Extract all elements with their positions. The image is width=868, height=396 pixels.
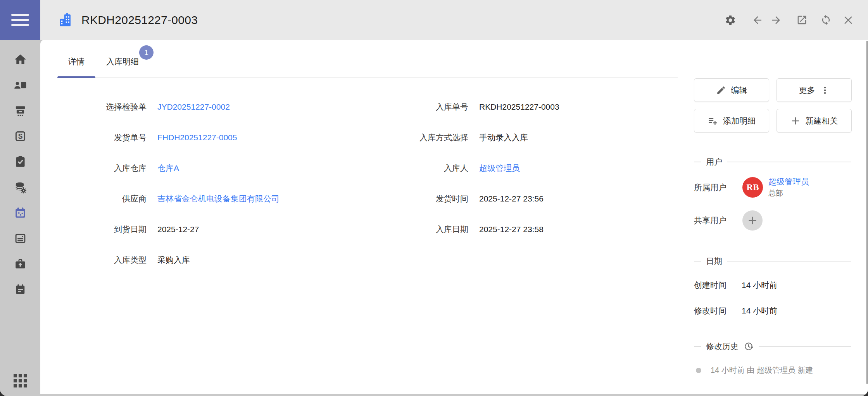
owner-name-link[interactable]: 超级管理员 xyxy=(768,176,809,187)
titlebar: RKDH20251227-0003 xyxy=(40,0,868,40)
home-icon[interactable] xyxy=(14,53,27,66)
edit-button[interactable]: 编辑 xyxy=(694,78,769,102)
created-time-value: 14 小时前 xyxy=(742,280,777,291)
content-card: 详情 入库明细 1 选择检验单 JYD20251227-0002 xyxy=(40,40,868,394)
field-value-link[interactable]: 超级管理员 xyxy=(479,163,520,174)
field-label: 入库人 xyxy=(379,163,468,174)
open-in-new-icon[interactable] xyxy=(795,14,808,27)
page-title: RKDH20251227-0003 xyxy=(81,14,198,27)
form-row: 入库仓库 仓库A xyxy=(57,153,379,183)
history-bullet-icon xyxy=(696,368,701,373)
tab-detail-label: 详情 xyxy=(68,56,85,67)
form-row: 发货时间 2025-12-27 23:56 xyxy=(379,183,688,214)
back-arrow-icon[interactable] xyxy=(751,14,764,27)
hamburger-icon xyxy=(11,14,29,26)
avatar[interactable]: RB xyxy=(742,177,763,198)
settings-gear-icon[interactable] xyxy=(724,14,737,27)
field-label: 入库方式选择 xyxy=(379,132,468,143)
refresh-icon[interactable] xyxy=(819,14,832,27)
apps-grid-icon[interactable] xyxy=(0,374,40,387)
modified-time-row: 修改时间 14 小时前 xyxy=(694,305,868,316)
user-section-title: 用户 xyxy=(706,157,722,167)
plus-icon xyxy=(790,116,801,126)
shared-user-row: 共享用户 xyxy=(694,210,868,231)
form-row: 发货单号 FHDH20251227-0005 xyxy=(57,122,379,153)
task-check-icon[interactable] xyxy=(14,155,27,169)
briefcase-upload-icon[interactable] xyxy=(14,257,27,271)
field-label: 供应商 xyxy=(57,193,147,204)
field-value: 2025-12-27 23:56 xyxy=(479,194,544,203)
side-panel: 编辑 更多 添加明细 新建相关 用户 xyxy=(688,40,868,394)
created-time-label: 创建时间 xyxy=(694,280,742,291)
inventory-box-icon[interactable] xyxy=(14,104,27,117)
detail-form: 选择检验单 JYD20251227-0002 发货单号 FHDH20251227… xyxy=(57,78,688,275)
form-row: 入库方式选择 手动录入入库 xyxy=(379,122,688,153)
add-detail-button-label: 添加明细 xyxy=(723,115,756,126)
date-section-header: 日期 xyxy=(694,256,851,267)
field-value-link[interactable]: JYD20251227-0002 xyxy=(157,102,230,112)
vertical-scrollbar[interactable] xyxy=(866,41,868,384)
svg-text:S: S xyxy=(18,133,22,140)
field-value-link[interactable]: 仓库A xyxy=(157,163,179,174)
field-value-link[interactable]: 吉林省金仑机电设备集团有限公司 xyxy=(157,193,280,204)
shared-label: 共享用户 xyxy=(694,215,742,226)
plus-icon xyxy=(747,215,758,226)
tab-count-badge: 1 xyxy=(139,45,154,60)
more-button-label: 更多 xyxy=(799,85,815,96)
building-icon xyxy=(57,12,74,28)
s-module-icon[interactable]: S xyxy=(14,129,27,143)
field-label: 发货时间 xyxy=(379,193,468,204)
form-row: 入库类型 采购入库 xyxy=(57,244,379,275)
add-shared-user-button[interactable] xyxy=(742,210,763,231)
calendar-schedule-icon[interactable] xyxy=(14,206,27,220)
modified-time-value: 14 小时前 xyxy=(742,305,777,316)
database-gear-icon[interactable] xyxy=(14,181,27,194)
notes-icon[interactable] xyxy=(14,283,27,296)
hamburger-menu-button[interactable] xyxy=(0,0,40,40)
field-value: 2025-12-27 xyxy=(157,225,199,234)
user-section-header: 用户 xyxy=(694,157,851,167)
titlebar-actions xyxy=(724,14,855,27)
edit-button-label: 编辑 xyxy=(731,85,747,96)
form-row: 供应商 吉林省金仑机电设备集团有限公司 xyxy=(57,183,379,214)
pencil-icon xyxy=(716,85,726,95)
app-window: RKDH20251227-0003 S xyxy=(0,0,868,396)
tab-bar: 详情 入库明细 1 xyxy=(57,40,678,78)
tab-inbound-items-label: 入库明细 xyxy=(106,56,139,67)
field-value: 2025-12-27 23:58 xyxy=(479,225,544,234)
form-row: 选择检验单 JYD20251227-0002 xyxy=(57,91,379,122)
history-item: 14 小时前 由 超级管理员 新建 xyxy=(694,365,868,375)
date-section-title: 日期 xyxy=(706,256,722,267)
field-value-link[interactable]: FHDH20251227-0005 xyxy=(157,133,237,142)
records-icon[interactable] xyxy=(14,232,27,245)
history-section-header: 修改历史 xyxy=(694,341,851,352)
tab-detail[interactable]: 详情 xyxy=(57,40,95,77)
clock-history-icon xyxy=(744,341,754,351)
more-dots-icon xyxy=(820,86,830,95)
more-button[interactable]: 更多 xyxy=(777,78,852,102)
modified-time-label: 修改时间 xyxy=(694,305,742,316)
add-detail-button[interactable]: 添加明细 xyxy=(694,109,769,133)
close-icon[interactable] xyxy=(842,14,855,27)
field-label: 选择检验单 xyxy=(57,102,147,112)
forward-arrow-icon[interactable] xyxy=(770,14,783,27)
tab-inbound-items[interactable]: 入库明细 1 xyxy=(95,40,150,77)
owner-org: 总部 xyxy=(768,188,809,198)
field-label: 入库类型 xyxy=(57,255,147,265)
contacts-icon[interactable] xyxy=(14,78,27,92)
main-area: 详情 入库明细 1 选择检验单 JYD20251227-0002 xyxy=(40,40,868,396)
field-value: 手动录入入库 xyxy=(479,132,528,143)
create-related-button[interactable]: 新建相关 xyxy=(777,109,852,133)
history-section-title: 修改历史 xyxy=(706,341,739,352)
field-label: 入库仓库 xyxy=(57,163,147,174)
form-row: 入库单号 RKDH20251227-0003 xyxy=(379,91,688,122)
field-label: 入库日期 xyxy=(379,224,468,235)
sidebar: S xyxy=(0,40,40,396)
action-buttons: 编辑 更多 添加明细 新建相关 xyxy=(694,78,868,133)
field-value: 采购入库 xyxy=(157,255,190,265)
history-item-text: 14 小时前 由 超级管理员 新建 xyxy=(711,365,813,375)
form-row: 到货日期 2025-12-27 xyxy=(57,214,379,244)
created-time-row: 创建时间 14 小时前 xyxy=(694,280,868,291)
detail-pane: 详情 入库明细 1 选择检验单 JYD20251227-0002 xyxy=(40,40,688,394)
field-label: 到货日期 xyxy=(57,224,147,235)
